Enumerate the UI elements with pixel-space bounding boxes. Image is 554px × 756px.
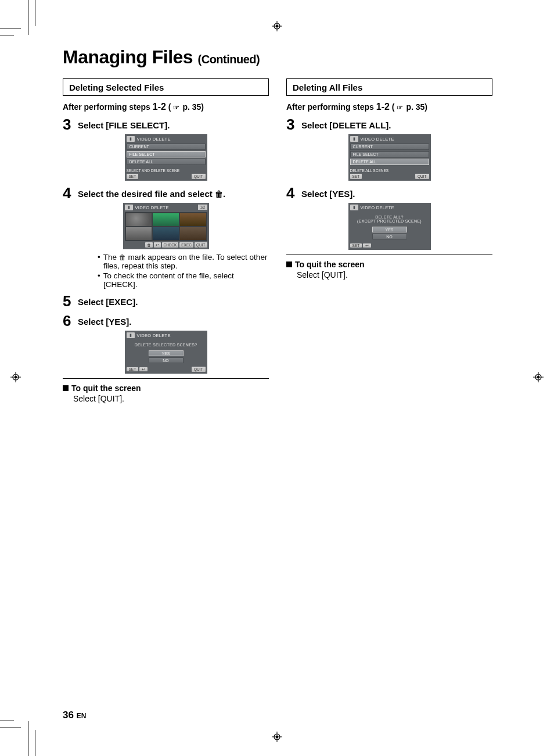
quit-body: Select [QUIT]. (297, 270, 492, 280)
step-5: 5 Select [EXEC]. (63, 293, 269, 309)
registration-mark-icon (272, 21, 282, 31)
separator (286, 255, 492, 255)
crop-mark (35, 0, 35, 26)
set-button: SET (127, 174, 139, 179)
crop-mark (0, 28, 21, 28)
crop-mark (0, 728, 21, 728)
col-deleting-selected: Deleting Selected Files After performing… (63, 78, 269, 403)
svg-point-15 (537, 376, 539, 378)
quit-body: Select [QUIT]. (73, 394, 269, 403)
section-heading: Deleting All Files (286, 78, 492, 96)
step-3: 3 Select [DELETE ALL]. (286, 117, 492, 132)
col-deleting-all: Deleting All Files After performing step… (286, 78, 492, 403)
screenshot-thumbnail-grid: ▮VIDEO DELETE 1/2 🗑 ↩ CHECK EX (123, 203, 209, 249)
back-icon: ↩ (363, 243, 371, 248)
trash-icon: 🗑 (119, 253, 126, 261)
screenshot-menu-delete-all: ▮VIDEO DELETE CURRENT FILE SELECT DELETE… (348, 134, 431, 181)
option-yes: YES (149, 350, 184, 356)
check-button: CHECK (162, 242, 179, 248)
note-item: To check the content of the file, select… (103, 271, 269, 289)
camcorder-icon: ▮ (125, 205, 133, 210)
pointer-icon (395, 102, 404, 112)
note-item: The 🗑 mark appears on the file. To selec… (103, 253, 269, 270)
crop-mark (0, 35, 14, 35)
thumbnail (153, 227, 179, 240)
option-no: NO (149, 357, 184, 363)
menu-item: CURRENT (127, 144, 206, 150)
intro-line: After performing steps 1-2 ( p. 35) (63, 102, 269, 112)
crop-mark (28, 721, 28, 756)
screenshot-confirm-delete-selected: ▮VIDEO DELETE DELETE SELECTED SCENES? YE… (125, 331, 207, 374)
screenshot-confirm-delete-all: ▮VIDEO DELETE DELETE ALL? (EXCEPT PROTEC… (348, 203, 431, 250)
camcorder-icon: ▮ (350, 205, 358, 210)
quit-heading: To quit the screen (63, 384, 269, 393)
thumbnail (180, 227, 206, 240)
thumbnail (126, 213, 152, 226)
section-heading: Deleting Selected Files (63, 78, 269, 96)
trash-icon: 🗑 (215, 189, 223, 199)
menu-item: CURRENT (350, 144, 429, 150)
menu-item-selected: DELETE ALL (350, 159, 429, 165)
crop-mark (28, 0, 28, 35)
quit-heading: To quit the screen (286, 260, 492, 269)
pager-indicator: 1/2 (198, 205, 207, 210)
screenshot-menu-file-select: ▮VIDEO DELETE CURRENT FILE SELECT DELETE… (125, 134, 207, 181)
exec-button: EXEC (179, 242, 193, 248)
option-yes: YES (372, 227, 407, 232)
set-button: SET (127, 367, 139, 371)
svg-point-7 (276, 736, 278, 738)
crop-mark (0, 721, 14, 721)
quit-button: QUIT (195, 242, 207, 248)
quit-button: QUIT (192, 367, 206, 372)
separator (63, 378, 269, 379)
title-main: Managing Files (63, 46, 193, 67)
registration-mark-icon (272, 732, 282, 742)
notes-list: The 🗑 mark appears on the file. To selec… (80, 253, 269, 289)
thumbnail (180, 213, 206, 226)
title-continued: (Continued) (198, 53, 260, 66)
quit-button: QUIT (192, 174, 206, 179)
page-number: 36 EN (63, 710, 86, 721)
square-bullet-icon (63, 385, 69, 391)
registration-mark-icon (10, 372, 21, 382)
step-6: 6 Select [YES]. (63, 313, 269, 328)
back-icon: ↩ (154, 242, 161, 248)
trash-icon: 🗑 (145, 242, 153, 248)
thumbnail (126, 227, 152, 240)
registration-mark-icon (533, 372, 544, 382)
svg-point-11 (15, 376, 17, 378)
square-bullet-icon (286, 261, 292, 267)
menu-item: DELETE ALL (127, 159, 206, 165)
page-title: Managing Files (Continued) (63, 46, 492, 68)
set-button: SET (350, 243, 362, 248)
option-no: NO (372, 234, 407, 239)
menu-item-selected: FILE SELECT (127, 151, 206, 157)
menu-item: FILE SELECT (350, 151, 429, 157)
step-3: 3 Select [FILE SELECT]. (63, 117, 269, 132)
step-4: 4 Select the desired file and select 🗑. (63, 185, 269, 200)
set-button: SET (350, 174, 362, 179)
camcorder-icon: ▮ (127, 332, 135, 338)
intro-line: After performing steps 1-2 ( p. 35) (286, 102, 492, 112)
pointer-icon (171, 102, 181, 112)
camcorder-icon: ▮ (350, 136, 358, 142)
crop-mark (35, 730, 35, 756)
camcorder-icon: ▮ (127, 136, 135, 142)
back-icon: ↩ (139, 367, 148, 371)
quit-button: QUIT (415, 174, 429, 179)
thumbnail (153, 213, 179, 226)
svg-point-3 (276, 25, 278, 27)
step-4: 4 Select [YES]. (286, 185, 492, 200)
